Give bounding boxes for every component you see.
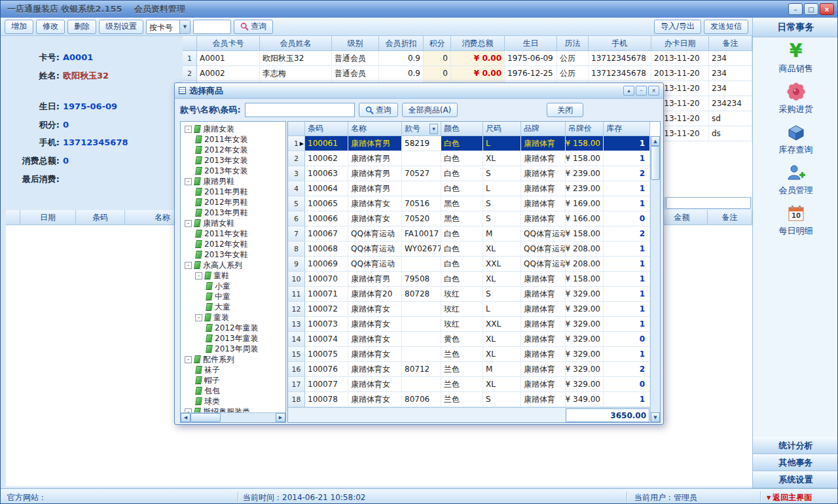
- tree-item[interactable]: 2013年童装: [181, 333, 285, 344]
- send-sms-button[interactable]: 发送短信: [704, 20, 748, 34]
- modify-button[interactable]: 修改: [36, 20, 65, 34]
- delete-button[interactable]: 删除: [67, 20, 96, 34]
- column-filter-dropdown-icon[interactable]: ▼: [429, 124, 438, 134]
- product-row[interactable]: 6100066康踏体育女70520黑色S康踏体育¥ 166.000: [288, 211, 650, 226]
- collapse-icon[interactable]: -: [185, 126, 192, 133]
- window-minimize-button[interactable]: –: [788, 3, 803, 15]
- scrollbar-thumb[interactable]: [651, 146, 660, 180]
- card-search-input[interactable]: [193, 20, 231, 34]
- tree-horizontal-scrollbar[interactable]: ◀ ▶: [181, 412, 285, 422]
- tree-item[interactable]: 袜子: [181, 365, 285, 375]
- tree-item[interactable]: -配件系列: [181, 354, 285, 365]
- tree-item[interactable]: -斯绍奥服装类: [181, 406, 285, 412]
- all-products-button[interactable]: 全部商品(A): [402, 103, 458, 117]
- category-icon: [206, 345, 213, 353]
- row-number: 10: [288, 272, 305, 287]
- sidebar-item-daily-detail[interactable]: 10 每日明细: [753, 200, 838, 240]
- dialog-query-button[interactable]: 查询: [359, 103, 398, 117]
- member-row[interactable]: 1A0001欧阳秋玉32普通会员0.90¥ 0.001975-06-09公历13…: [183, 51, 752, 66]
- collapse-icon[interactable]: -: [195, 272, 202, 279]
- tree-item[interactable]: 2011年男鞋: [181, 187, 285, 197]
- product-cell: 黑色: [441, 196, 483, 211]
- tree-item[interactable]: 球类: [181, 396, 285, 406]
- import-export-button[interactable]: 导入/导出: [654, 20, 701, 34]
- product-row[interactable]: 7100067QQ体育运动FA10017白色MQQ体育运动¥ 158.002: [288, 226, 650, 242]
- sidebar-item-statistics[interactable]: 统计分析: [753, 437, 838, 454]
- tree-item[interactable]: 2013年男鞋: [181, 207, 285, 218]
- product-row[interactable]: 4100064康踏体育男白色L康踏体育¥ 239.001: [288, 181, 650, 196]
- collapse-icon[interactable]: -: [185, 356, 192, 363]
- tree-item[interactable]: -康踏男鞋: [181, 176, 285, 187]
- tree-item[interactable]: -童鞋: [181, 270, 285, 281]
- tree-item[interactable]: -童装: [181, 312, 285, 323]
- product-cell: ¥ 329.00: [566, 302, 604, 317]
- level-settings-button[interactable]: 级别设置: [99, 20, 143, 34]
- tree-item[interactable]: 2011年女装: [181, 134, 285, 145]
- tree-item[interactable]: -康踏女鞋: [181, 218, 285, 228]
- tree-item[interactable]: 2013年女装: [181, 155, 285, 166]
- tree-item[interactable]: 2013年周装: [181, 344, 285, 354]
- sidebar-item-member-management[interactable]: 会员管理: [753, 159, 838, 200]
- product-row[interactable]: 3100063康踏体育男70527白色S康踏体育¥ 239.002: [288, 166, 650, 181]
- chevron-down-icon[interactable]: ▼: [179, 20, 190, 33]
- tree-item[interactable]: 2012年男鞋: [181, 197, 285, 207]
- product-search-input[interactable]: [245, 103, 355, 117]
- dialog-close-icon-button[interactable]: ×: [648, 86, 659, 96]
- scroll-up-icon[interactable]: ▲: [651, 136, 660, 146]
- search-mode-combobox[interactable]: 按卡号 ▼: [146, 20, 191, 34]
- window-maximize-button[interactable]: □: [804, 3, 818, 15]
- product-row[interactable]: 8100068QQ体育运动WY02677白色XLQQ体育运动¥ 208.001: [288, 242, 650, 257]
- close-button[interactable]: 关闭: [547, 103, 583, 117]
- dialog-collapse-button[interactable]: ▴: [623, 86, 634, 96]
- tree-item[interactable]: 2013年女鞋: [181, 249, 285, 260]
- tree-item[interactable]: 2012年童装: [181, 323, 285, 333]
- scroll-right-icon[interactable]: ▶: [276, 413, 285, 422]
- sidebar-item-purchasing[interactable]: 采购进货: [753, 78, 838, 118]
- sidebar-item-inventory-query[interactable]: 库存查询: [753, 118, 838, 159]
- collapse-icon[interactable]: -: [185, 220, 192, 227]
- collapse-icon[interactable]: -: [185, 178, 192, 185]
- scrollbar-thumb[interactable]: [191, 413, 221, 422]
- member-row[interactable]: 2A0002李志梅普通会员0.90¥ 0.001976-12-25公历13712…: [183, 66, 752, 81]
- product-row[interactable]: 17100077康踏体育女兰色XL康踏体育¥ 329.000: [288, 377, 650, 392]
- dialog-titlebar[interactable]: 选择商品 ▴ – ×: [175, 83, 663, 99]
- tree-item[interactable]: -永高人系列: [181, 260, 285, 270]
- tree-item[interactable]: 小童: [181, 281, 285, 291]
- add-button[interactable]: 增加: [5, 20, 33, 34]
- tree-item[interactable]: 大童: [181, 302, 285, 312]
- tree-item[interactable]: 包包: [181, 386, 285, 396]
- product-row[interactable]: 1▶100061康踏体育男58219白色L康踏体育¥ 158.001: [288, 136, 650, 151]
- scroll-down-icon[interactable]: ▼: [651, 412, 660, 422]
- tree-item[interactable]: 2012年女装: [181, 145, 285, 155]
- product-row[interactable]: 5100065康踏体育女70516黑色S康踏体育¥ 169.001: [288, 196, 650, 211]
- product-row[interactable]: 14100074康踏体育女黄色XL康踏体育¥ 329.000: [288, 332, 650, 347]
- sidebar-item-system-settings[interactable]: 系统设置: [753, 471, 838, 488]
- tree-item[interactable]: -康踏女装: [181, 124, 285, 134]
- product-row[interactable]: 11100071康踏体育2080728玫红S康踏体育¥ 329.001: [288, 287, 650, 302]
- collapse-icon[interactable]: -: [185, 262, 192, 269]
- scroll-left-icon[interactable]: ◀: [181, 413, 191, 422]
- query-button[interactable]: 查询: [234, 20, 273, 34]
- window-close-button[interactable]: ×: [820, 3, 834, 15]
- tree-item[interactable]: 帽子: [181, 375, 285, 386]
- product-row[interactable]: 10100070康踏体育男79508白色XL康踏体育¥ 158.001: [288, 272, 650, 287]
- product-row[interactable]: 2100062康踏体育男白色XL康踏体育¥ 158.001: [288, 151, 650, 166]
- dialog-minimize-button[interactable]: –: [636, 86, 647, 96]
- tree-item[interactable]: 2011年女鞋: [181, 228, 285, 239]
- row-number: 9: [288, 257, 305, 272]
- tree-item[interactable]: 中童: [181, 291, 285, 302]
- tree-item[interactable]: 2012年女鞋: [181, 239, 285, 249]
- product-row[interactable]: 12100072康踏体育女玫红L康踏体育¥ 329.001: [288, 302, 650, 317]
- product-row[interactable]: 16100076康踏体育女80712兰色M康踏体育¥ 329.002: [288, 362, 650, 377]
- product-vertical-scrollbar[interactable]: ▲ ▼: [650, 136, 660, 422]
- product-row[interactable]: 9100069QQ体育运动白色XXLQQ体育运动¥ 208.001: [288, 257, 650, 272]
- collapse-icon[interactable]: -: [195, 314, 202, 321]
- tree-item[interactable]: 2013年女装: [181, 166, 285, 176]
- history-filter-input[interactable]: [666, 197, 751, 209]
- sidebar-item-product-sales[interactable]: ¥ 商品销售: [753, 37, 838, 78]
- product-row[interactable]: 15100075康踏体育女兰色XL康踏体育¥ 329.001: [288, 347, 650, 362]
- product-row[interactable]: 18100078康踏体育女80706兰色S康踏体育¥ 349.001: [288, 392, 650, 407]
- product-row[interactable]: 13100073康踏体育女玫红XXL康踏体育¥ 329.001: [288, 317, 650, 332]
- sidebar-item-other-affairs[interactable]: 其他事务: [753, 454, 838, 471]
- return-main-link[interactable]: ▼ 返回主界面: [767, 492, 812, 503]
